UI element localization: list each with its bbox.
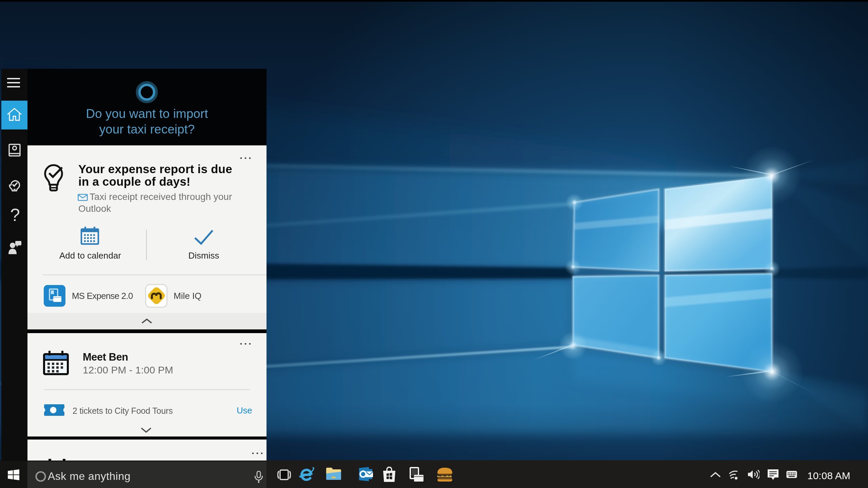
svg-text:?: ? xyxy=(10,205,20,225)
